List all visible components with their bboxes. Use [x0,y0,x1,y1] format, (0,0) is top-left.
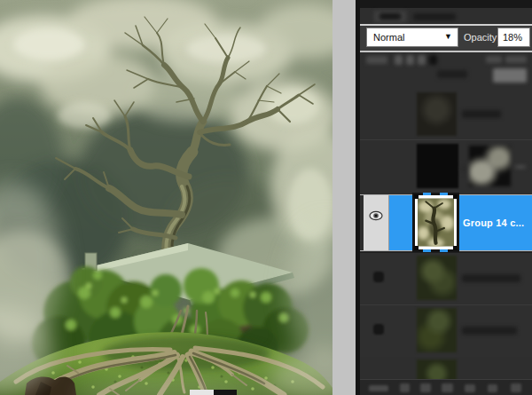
layers-panel: Normal ▼ Opacity: 18% [356,0,532,395]
layer-thumbnail-blurred[interactable] [417,359,457,379]
layer-row-partial[interactable] [360,357,532,379]
selection-corner [453,246,458,250]
layer-name-blurred [462,327,517,335]
lock-position-icon[interactable] [418,55,426,65]
bottom-strip [190,390,237,395]
layer-thumbnail[interactable] [418,198,454,247]
canvas-artwork-image [0,0,333,395]
link-layers-icon[interactable] [369,385,388,391]
layer-style-icon[interactable] [400,383,410,392]
layer-thumbnail-blurred[interactable] [417,256,457,300]
delete-layer-icon[interactable] [511,383,521,392]
blurred-row-text [437,70,467,78]
opacity-label: Opacity: [464,28,499,47]
lock-pixels-icon[interactable] [406,55,414,65]
frame-notch [440,193,448,195]
layer-name-blurred [462,274,520,282]
layer-row[interactable] [360,305,532,357]
lock-all-icon[interactable] [429,55,437,65]
layer-thumbnail-blurred[interactable] [417,144,458,188]
layer-row-selected[interactable]: Group 14 c... [360,194,532,251]
fill-label-blurred [486,56,502,63]
layer-thumbnail-blurred[interactable] [417,92,457,136]
visibility-cell[interactable] [364,195,389,250]
layer-name-blurred [462,110,501,118]
photoshop-workspace: Normal ▼ Opacity: 18% [0,0,532,395]
blurred-field [493,68,527,83]
blend-mode-dropdown[interactable]: Normal ▼ [366,28,458,47]
frame-notch [423,193,431,195]
opacity-input[interactable]: 18% [497,28,530,47]
layers-list: Group 14 c... [360,86,532,379]
opacity-value: 18% [503,32,522,43]
eye-icon[interactable] [369,210,383,221]
chevron-down-icon: ▼ [444,32,452,41]
layer-name-blurred [515,165,526,169]
fill-value-blurred[interactable] [505,56,527,63]
layer-thumbnail-blurred[interactable] [417,308,457,352]
lock-transparency-icon[interactable] [395,55,403,65]
selection-corner [453,194,458,199]
lock-label-blurred [366,56,387,64]
layer-group-icon[interactable] [465,384,475,392]
panel-bottom-toolbar [360,379,532,395]
layer-mask-thumbnail-blurred[interactable] [469,146,511,186]
layer-row[interactable] [360,253,532,304]
tab-channels-label-blurred[interactable] [413,13,456,20]
layer-row[interactable] [360,140,532,192]
eye-icon-blurred[interactable] [373,324,384,335]
workspace-background [332,0,356,395]
blend-mode-value: Normal [373,32,404,43]
tab-layers-label-blurred [379,13,401,20]
selection-corner [414,246,419,250]
eye-icon-blurred[interactable] [373,272,384,282]
layer-mask-icon[interactable] [420,383,431,392]
thumbnail-border [415,195,457,249]
new-layer-icon[interactable] [488,384,497,392]
adjustment-layer-icon[interactable] [442,383,453,392]
layer-row[interactable] [360,89,532,139]
mask-link-icon[interactable] [461,164,466,173]
lock-fill-row [360,52,532,86]
panel-titlebar [360,0,532,8]
selection-corner [414,194,419,199]
layer-thumbnail-frame[interactable] [412,193,459,252]
layer-controls-row: Normal ▼ Opacity: 18% [360,24,532,52]
artwork-illustration [0,0,332,395]
selected-layer-name[interactable]: Group 14 c... [463,217,524,228]
